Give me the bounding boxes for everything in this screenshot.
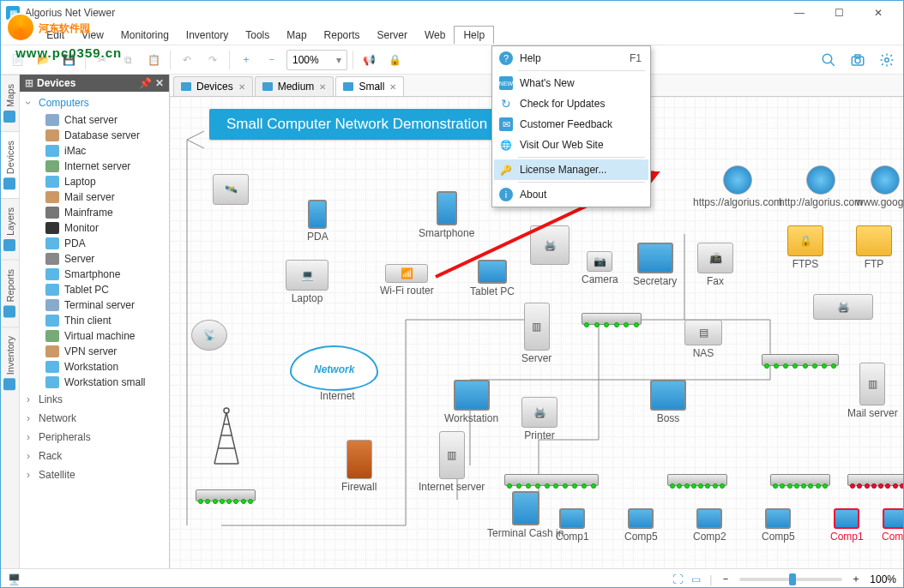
monitor-icon[interactable] [686,560,707,568]
node-nas[interactable]: ▤NAS [684,320,722,359]
tree-group-satellite[interactable]: Satellite [20,465,169,484]
node-boss[interactable]: Boss [650,380,686,424]
node-tower[interactable] [208,405,244,467]
new-map-button[interactable]: 📄 [6,49,28,71]
doc-tab-small[interactable]: Small✕ [335,76,404,96]
tree-item-vpn-server[interactable]: VPN server [20,344,169,359]
tree-item-pda[interactable]: PDA [20,236,169,251]
status-monitor-icon[interactable]: 🖥️ [8,573,21,585]
left-tab-devices[interactable]: Devices [1,131,19,198]
tree-item-workstation[interactable]: Workstation [20,359,169,375]
doc-tab-devices[interactable]: Devices✕ [173,76,253,96]
menu-inventory[interactable]: Inventory [178,27,237,44]
left-tab-reports[interactable]: Reports [1,260,19,327]
menu-tools[interactable]: Tools [237,27,278,44]
node-dish[interactable]: 📡 [191,320,227,352]
menu-customer-feedback[interactable]: ✉Customer Feedback [494,114,648,135]
tree-item-workstation-small[interactable]: Workstation small [20,375,169,390]
tab-close-icon[interactable]: ✕ [238,82,245,92]
left-tab-layers[interactable]: Layers [1,198,19,260]
tree-group-links[interactable]: Links [20,390,169,409]
node-plotter[interactable]: 🖨️ [813,294,873,321]
tree-group-computers[interactable]: Computers [20,93,169,112]
switch-1[interactable] [196,489,256,501]
left-tab-maps[interactable]: Maps [1,75,19,131]
switch-2[interactable] [504,474,599,486]
zoom-slider[interactable] [739,578,842,581]
node-mailserver[interactable]: ▥Mail server [847,363,898,419]
device-tree[interactable]: Computers Chat serverDatabase serveriMac… [20,92,169,568]
zoom-minus-icon[interactable]: － [720,572,731,586]
menu-help[interactable]: Help [454,26,494,44]
tree-item-terminal-server[interactable]: Terminal server [20,297,169,313]
tab-close-icon[interactable]: ✕ [389,82,396,92]
tree-item-database-server[interactable]: Database server [20,128,169,143]
node-algorius-http[interactable]: http://algorius.com [779,165,863,208]
node-fax[interactable]: 📠Fax [697,243,733,287]
node-algorius-https[interactable]: https://algorius.com [693,165,782,208]
monitor-icon[interactable] [794,560,815,568]
minimize-button[interactable]: — [780,1,819,25]
tree-group-peripherals[interactable]: Peripherals [20,428,169,447]
monitor-icon[interactable] [830,560,851,568]
zoom-in-button[interactable]: ＋ [235,49,257,71]
zoom-plus-icon[interactable]: ＋ [851,572,861,586]
node-workstation[interactable]: Workstation [444,380,498,424]
node-google[interactable]: www.google. [856,165,903,208]
tree-item-mainframe[interactable]: Mainframe [20,205,169,220]
node-comp5[interactable]: Comp5 [624,508,658,543]
announce-button[interactable]: 📢 [359,49,381,71]
menu-web[interactable]: Web [416,27,454,44]
paste-button[interactable]: 📋 [142,49,165,71]
menu-license-manager[interactable]: 🔑License Manager... [494,159,648,180]
tree-item-thin-client[interactable]: Thin client [20,313,169,328]
tree-item-internet-server[interactable]: Internet server [20,159,169,174]
panel-close-icon[interactable]: ✕ [155,77,164,89]
fit-width-icon[interactable]: ▭ [691,573,701,585]
switch-right[interactable] [762,354,839,366]
settings-button[interactable] [876,49,898,71]
node-comp2[interactable]: Comp2 [693,508,726,543]
monitor-icon[interactable] [228,543,249,560]
doc-tab-medium[interactable]: Medium✕ [255,76,334,96]
monitor-icon[interactable] [261,543,281,560]
tab-close-icon[interactable]: ✕ [319,82,326,92]
lock-button[interactable]: 🔒 [384,49,407,71]
node-server[interactable]: ▥Server [521,303,551,364]
switch-4[interactable] [770,474,830,486]
node-internet-server[interactable]: ▥Internet server [419,431,485,493]
search-button[interactable] [817,49,840,71]
monitor-icon[interactable] [722,560,743,568]
tree-item-imac[interactable]: iMac [20,143,169,159]
tree-item-server[interactable]: Server [20,251,169,267]
monitor-icon[interactable] [650,560,671,568]
left-tab-inventory[interactable]: Inventory [1,327,19,399]
switch-5-error[interactable] [847,474,903,486]
tree-group-rack[interactable]: Rack [20,447,169,465]
switch-top[interactable] [582,313,642,325]
snapshot-button[interactable] [847,49,869,71]
node-comp1[interactable]: Comp1 [556,508,589,543]
node-wifi-router[interactable]: 📶Wi-Fi router [380,264,434,297]
zoom-combo[interactable]: 100%▾ [286,50,347,70]
menu-help[interactable]: ?HelpF1 [494,48,648,69]
menu-file[interactable]: File [4,27,38,44]
menu-check-updates[interactable]: ↻Check for Updates [494,93,648,114]
tree-item-monitor[interactable]: Monitor [20,220,169,236]
menu-monitoring[interactable]: Monitoring [112,27,178,44]
monitor-icon[interactable] [196,543,216,560]
redo-button[interactable]: ↷ [202,49,224,71]
undo-button[interactable]: ↶ [176,49,198,71]
fit-window-icon[interactable]: ⛶ [672,573,683,585]
monitor-icon[interactable] [758,560,779,568]
node-pda[interactable]: PDA [307,200,328,243]
tree-item-virtual-machine[interactable]: Virtual machine [20,328,169,344]
menu-map[interactable]: Map [278,27,315,44]
menu-whats-new[interactable]: NEWWhat's New [494,73,648,93]
tree-item-mail-server[interactable]: Mail server [20,189,169,205]
save-button[interactable]: 💾 [57,49,80,71]
menu-reports[interactable]: Reports [316,27,369,44]
menu-view[interactable]: View [73,27,112,44]
node-terminal[interactable]: Terminal Cash in [487,491,563,539]
copy-button[interactable]: ⧉ [117,49,139,71]
